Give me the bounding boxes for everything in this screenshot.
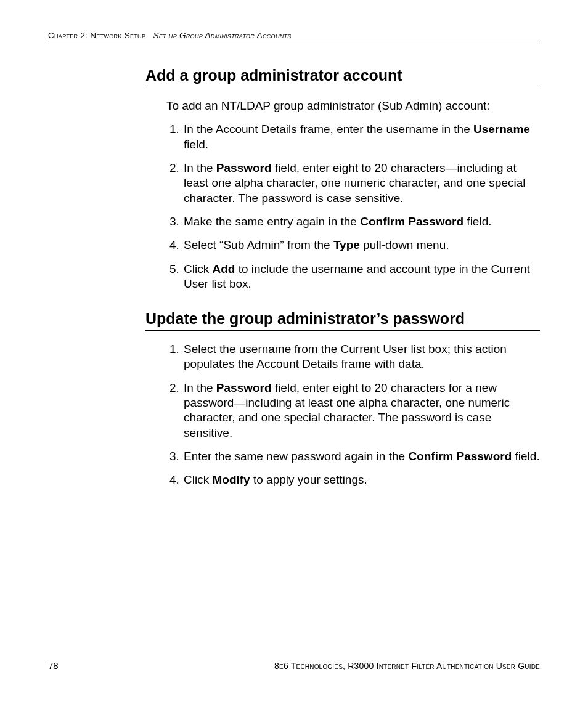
step-item: Click Add to include the username and ac… (182, 262, 540, 292)
field-name-username: Username (473, 123, 530, 136)
step-text: Enter the same new password again in the (184, 450, 408, 463)
button-name-modify: Modify (212, 473, 250, 486)
field-name-confirm-password: Confirm Password (408, 450, 512, 463)
field-name-password: Password (216, 161, 272, 174)
step-text: Select the username from the Current Use… (184, 343, 507, 370)
step-item: In the Account Details frame, enter the … (182, 122, 540, 152)
step-item: Enter the same new password again in the… (182, 449, 540, 464)
step-text: to include the username and account type… (184, 262, 530, 290)
step-item: Select the username from the Current Use… (182, 342, 540, 372)
header-chapter: Chapter 2: Network Setup (48, 31, 145, 40)
step-item: Select “Sub Admin” from the Type pull-do… (182, 238, 540, 253)
step-text: field. (463, 215, 491, 228)
button-name-add: Add (212, 262, 235, 275)
step-item: Click Modify to apply your settings. (182, 473, 540, 487)
step-item: In the Password field, enter eight to 20… (182, 161, 540, 206)
step-text: In the (184, 381, 216, 394)
heading-update-password: Update the group administrator’s passwor… (145, 310, 540, 331)
page-footer: 78 8e6 Technologies, R3000 Internet Filt… (48, 660, 540, 671)
page-number: 78 (48, 660, 59, 671)
intro-add-account: To add an NT/LDAP group administrator (S… (166, 99, 540, 113)
running-header: Chapter 2: Network Setup Set up Group Ad… (48, 31, 540, 44)
header-section: Set up Group Administrator Accounts (153, 31, 291, 40)
step-text: pull-down menu. (360, 238, 449, 251)
footer-doc-title: 8e6 Technologies, R3000 Internet Filter … (274, 661, 540, 671)
field-name-confirm-password: Confirm Password (360, 215, 463, 228)
field-name-password: Password (216, 381, 272, 394)
step-text: to apply your settings. (250, 473, 367, 486)
step-text: Click (184, 473, 212, 486)
step-text: Make the same entry again in the (184, 215, 360, 228)
steps-add-account: In the Account Details frame, enter the … (166, 122, 540, 291)
step-text: Select “Sub Admin” from the (184, 238, 333, 251)
step-text: In the Account Details frame, enter the … (184, 123, 473, 136)
step-item: In the Password field, enter eight to 20… (182, 381, 540, 440)
step-text: In the (184, 161, 216, 174)
field-name-type: Type (333, 238, 360, 251)
content-area: Add a group administrator account To add… (145, 67, 540, 488)
step-text: field. (512, 450, 539, 463)
page: Chapter 2: Network Setup Set up Group Ad… (0, 0, 588, 714)
steps-update-password: Select the username from the Current Use… (166, 342, 540, 488)
step-text: field. (184, 138, 208, 151)
step-item: Make the same entry again in the Confirm… (182, 214, 540, 229)
step-text: Click (184, 262, 212, 275)
heading-add-account: Add a group administrator account (145, 67, 540, 87)
